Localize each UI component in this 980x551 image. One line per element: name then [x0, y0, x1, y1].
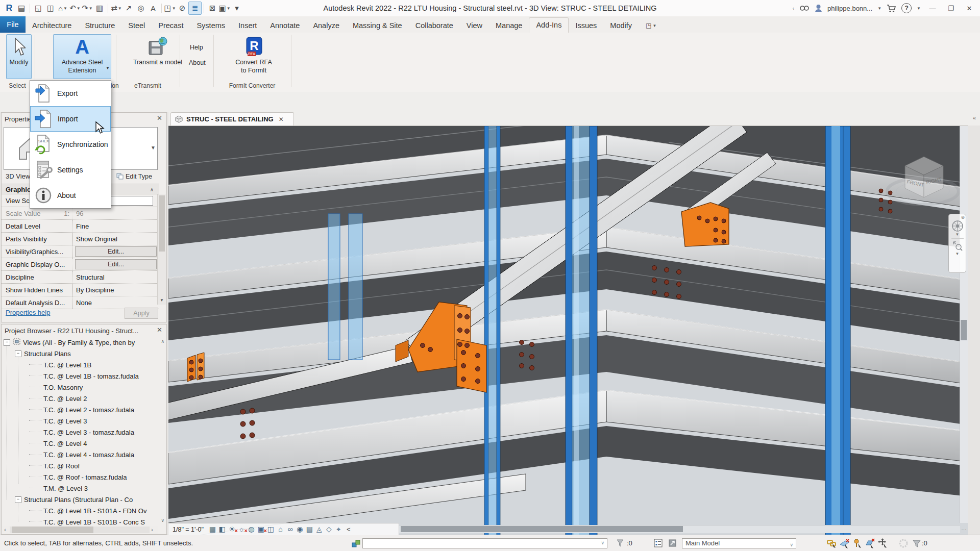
- aligned-dimension-icon[interactable]: ↗: [122, 2, 135, 14]
- tab-view[interactable]: View: [460, 18, 489, 33]
- measure-icon[interactable]: ⇄▼: [110, 2, 122, 14]
- tree-item[interactable]: T.C. @ Level 3: [2, 415, 159, 427]
- menu-item-settings[interactable]: Settings: [30, 157, 111, 183]
- app-store-cart-icon[interactable]: [887, 4, 896, 13]
- shadows-icon[interactable]: ☼: [237, 524, 247, 534]
- file-tab[interactable]: File: [0, 16, 26, 33]
- canvas-hscrollbar[interactable]: [399, 525, 960, 533]
- detail-level-icon[interactable]: ▦: [208, 524, 217, 534]
- active-workset-dropdown[interactable]: ∨: [362, 538, 607, 548]
- properties-scrollbar[interactable]: ▼: [157, 194, 166, 305]
- vcb-collapse-icon[interactable]: <: [347, 525, 351, 533]
- advance-steel-extension-button[interactable]: A Advance Steel Extension ▼: [53, 34, 111, 79]
- tree-expand-icon[interactable]: −: [15, 350, 21, 357]
- default-3d-view-icon[interactable]: ◳▼: [164, 2, 176, 14]
- home-view-icon[interactable]: ⌂▼: [57, 2, 69, 14]
- tree-item[interactable]: T.C. @ Level 2 - tomasz.fudala: [2, 404, 159, 415]
- hscroll-right-icon[interactable]: ›: [149, 526, 156, 534]
- tab-architecture[interactable]: Architecture: [26, 18, 78, 33]
- help-button[interactable]: Help: [190, 44, 203, 51]
- project-browser-close-icon[interactable]: ✕: [157, 326, 162, 334]
- reveal-hidden-icon[interactable]: ◉: [295, 524, 305, 534]
- tree-item[interactable]: −Views (All - By Family & Type, then by: [2, 337, 159, 348]
- tab-systems[interactable]: Systems: [190, 18, 232, 33]
- temporary-hide-icon[interactable]: ∞: [285, 524, 295, 534]
- tab-modify[interactable]: Modify: [603, 18, 639, 33]
- tab-analyze[interactable]: Analyze: [306, 18, 346, 33]
- convert-rfa-button[interactable]: R RFA Convert RFA to FormIt: [230, 34, 278, 79]
- visual-style-icon[interactable]: ◧: [217, 524, 227, 534]
- transmit-model-button[interactable]: Transmit a model: [128, 34, 188, 79]
- tree-item[interactable]: −Structural Plans (Structural Plan - Co: [2, 494, 159, 505]
- tree-item[interactable]: T.C. @ Level 2: [2, 393, 159, 404]
- tab-structure[interactable]: Structure: [78, 18, 121, 33]
- revit-logo-icon[interactable]: R: [3, 2, 15, 14]
- select-pinned-icon[interactable]: [852, 538, 863, 550]
- etransmit-panel-label[interactable]: eTransmit: [116, 81, 180, 90]
- temporary-view-properties-icon[interactable]: ▤: [305, 524, 314, 534]
- user-avatar-icon[interactable]: [815, 4, 822, 13]
- view-tab-overflow-icon[interactable]: «: [973, 115, 976, 121]
- properties-help-link[interactable]: Properties help: [6, 309, 50, 316]
- wheel-dropdown-icon[interactable]: ▼: [955, 232, 960, 237]
- drag-on-selection-icon[interactable]: [878, 538, 888, 550]
- tree-item[interactable]: T.C. @ Level 4 - tomasz.fudala: [2, 449, 159, 460]
- redo-icon[interactable]: ↷▼: [81, 2, 93, 14]
- tab-manage[interactable]: Manage: [489, 18, 529, 33]
- tab-annotate[interactable]: Annotate: [263, 18, 306, 33]
- signed-in-user[interactable]: philippe.bonn...: [827, 5, 872, 12]
- tree-item[interactable]: −Structural Plans: [2, 348, 159, 359]
- tree-expand-icon[interactable]: −: [15, 496, 21, 503]
- tree-expand-icon[interactable]: −: [4, 339, 10, 346]
- open-icon[interactable]: ◱: [32, 2, 44, 14]
- reveal-constraints-icon[interactable]: ⌖: [334, 524, 344, 534]
- edit-button[interactable]: Edit...: [75, 259, 157, 269]
- property-value-text[interactable]: By Discipline: [76, 286, 114, 294]
- save-icon[interactable]: ◫: [44, 2, 57, 14]
- steering-wheel-icon[interactable]: [951, 220, 964, 232]
- worksets-icon[interactable]: [351, 538, 361, 548]
- hscroll-left-icon[interactable]: ‹: [2, 526, 9, 534]
- switch-windows-icon[interactable]: ▣▼: [218, 2, 231, 14]
- customize-qat-icon[interactable]: ▾: [231, 2, 243, 14]
- menu-item-about[interactable]: About: [30, 183, 111, 208]
- select-underlay-icon[interactable]: [840, 538, 850, 550]
- workset-dropdown-icon[interactable]: ∨: [601, 540, 604, 545]
- select-links-icon[interactable]: [827, 538, 837, 550]
- formit-panel-label[interactable]: FormIt Converter: [213, 81, 291, 90]
- canvas-vscrollbar[interactable]: [960, 126, 968, 523]
- zoom-dropdown-icon[interactable]: ▼: [955, 252, 960, 256]
- editable-only-icon[interactable]: [616, 538, 626, 548]
- displacement-sets-icon[interactable]: ◇: [324, 524, 334, 534]
- about-button[interactable]: About: [189, 59, 206, 66]
- modify-button[interactable]: Modify: [6, 34, 32, 79]
- menu-item-synchronization[interactable]: SHLXSynchronization: [30, 132, 111, 157]
- tree-item[interactable]: T.C. @ Roof: [2, 460, 159, 471]
- view-tab-struc-steel-detailing[interactable]: STRUC - STEEL DETAILING ✕: [170, 112, 294, 126]
- tree-item[interactable]: T.C. @ Level 1B - S101A - FDN Ov: [2, 505, 159, 516]
- navigation-bar[interactable]: ⊗ ▼ ▼: [948, 214, 966, 273]
- file-properties-icon[interactable]: ▤: [15, 2, 28, 14]
- section-icon[interactable]: ⊘: [176, 2, 188, 14]
- text-icon[interactable]: A: [147, 2, 159, 14]
- tree-item[interactable]: T.C. @ Level 4: [2, 438, 159, 449]
- tab-insert[interactable]: Insert: [232, 18, 263, 33]
- close-inactive-windows-icon[interactable]: ⊠: [206, 2, 218, 14]
- rendering-dialog-icon[interactable]: ◍: [247, 524, 256, 534]
- analytical-model-icon[interactable]: ◬: [314, 524, 324, 534]
- help-dropdown-icon[interactable]: ▼: [917, 6, 921, 11]
- property-value-text[interactable]: Fine: [76, 222, 89, 230]
- search-icon[interactable]: [799, 4, 810, 12]
- navbar-close-icon[interactable]: ⊗: [961, 215, 965, 220]
- scroll-down-icon[interactable]: ▼: [158, 296, 166, 305]
- exclude-options-icon[interactable]: [668, 538, 678, 548]
- sun-path-icon[interactable]: ☀: [227, 524, 237, 534]
- tree-item[interactable]: T.C. @ Level 3 - tomasz.fudala: [2, 427, 159, 438]
- properties-close-icon[interactable]: ✕: [157, 114, 162, 122]
- tree-item[interactable]: T.C. @ Roof - tomasz.fudala: [2, 471, 159, 483]
- thin-lines-icon[interactable]: ≣: [188, 2, 202, 15]
- zoom-tool-icon[interactable]: [952, 240, 963, 252]
- tree-scroll-up-icon[interactable]: ∧: [161, 339, 164, 344]
- tree-item[interactable]: T.C. @ Level 1B: [2, 359, 159, 370]
- crop-region-icon[interactable]: ◫: [266, 524, 276, 534]
